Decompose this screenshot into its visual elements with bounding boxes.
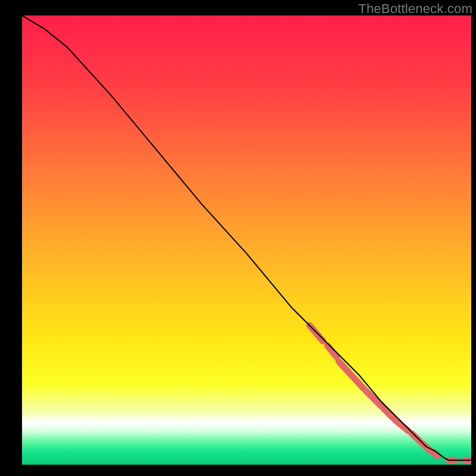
chart-stage: TheBottleneck.com bbox=[0, 0, 476, 476]
bottleneck-curve bbox=[22, 15, 471, 460]
marker-group bbox=[309, 325, 471, 461]
chart-svg bbox=[22, 15, 471, 465]
plot-area bbox=[22, 15, 471, 465]
curve-marker bbox=[384, 409, 393, 418]
curve-marker bbox=[412, 433, 420, 441]
curve-marker bbox=[339, 361, 364, 388]
watermark-text: TheBottleneck.com bbox=[358, 1, 472, 17]
